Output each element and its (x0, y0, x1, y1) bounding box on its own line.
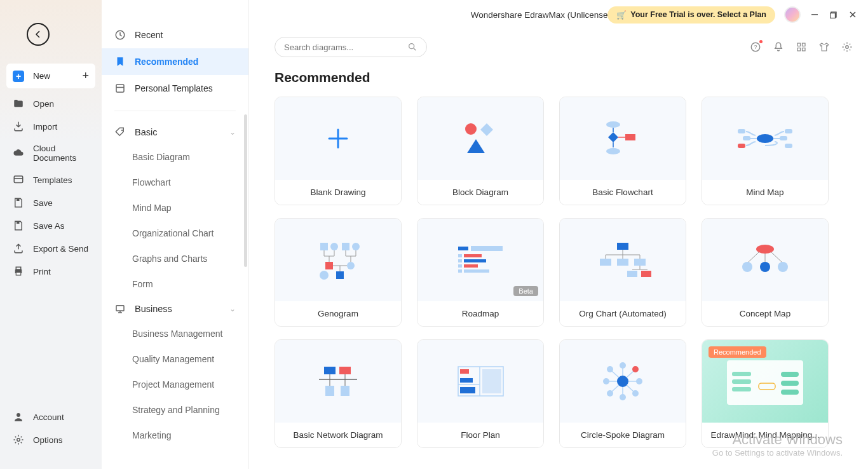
svg-point-113 (620, 362, 626, 369)
sidebar-sub-business-mgmt[interactable]: Business Management (102, 321, 248, 346)
svg-line-111 (612, 385, 619, 391)
svg-rect-24 (803, 48, 806, 51)
sidebar-personal-templates[interactable]: Personal Templates (102, 75, 248, 102)
template-label: Genogram (275, 301, 401, 326)
template-label: Mind Map (702, 180, 828, 205)
svg-line-83 (747, 252, 759, 263)
svg-rect-61 (464, 254, 482, 257)
maximize-button[interactable] (829, 10, 839, 20)
apps-button[interactable] (796, 41, 807, 53)
sidebar-sub-graphs[interactable]: Graphs and Charts (102, 246, 248, 271)
sidebar-sub-quality-mgmt[interactable]: Quality Management (102, 346, 248, 372)
svg-rect-126 (781, 372, 799, 377)
template-roadmap[interactable]: Beta Roadmap (417, 218, 544, 327)
template-org-chart[interactable]: Org Chart (Automated) (559, 218, 686, 327)
svg-rect-101 (460, 378, 473, 383)
rail-label: Print (33, 267, 51, 276)
settings-button[interactable] (841, 41, 853, 53)
minimize-button[interactable] (810, 10, 820, 20)
help-button[interactable]: ? (750, 41, 761, 53)
trial-notice[interactable]: 🛒 Your Free Trial is over. Select a Plan (607, 6, 775, 24)
template-grid: Blank Drawing Block Diagram Basic Flowch… (275, 97, 853, 448)
sidebar-recommended[interactable]: Recommended (102, 48, 248, 75)
template-edrawmind[interactable]: Recommended EdrawMind: Mind Mapping... (702, 339, 829, 448)
template-blank-drawing[interactable]: Blank Drawing (275, 97, 402, 205)
svg-rect-127 (781, 381, 799, 386)
template-basic-flowchart[interactable]: Basic Flowchart (559, 97, 686, 205)
rail-cloud[interactable]: Cloud Documents (6, 138, 95, 168)
sidebar-category-business[interactable]: Business ⌄ (102, 297, 248, 321)
rail-templates[interactable]: Templates (6, 168, 95, 191)
svg-rect-76 (634, 259, 646, 266)
svg-point-32 (606, 148, 620, 154)
svg-rect-3 (17, 221, 20, 224)
sidebar-sub-org-chart[interactable]: Organizational Chart (102, 221, 248, 246)
search-input[interactable] (284, 43, 402, 52)
sidebar-category-basic[interactable]: Basic ⌄ (102, 120, 248, 144)
svg-rect-36 (785, 129, 792, 133)
svg-rect-6 (16, 273, 21, 276)
sidebar-recent[interactable]: Recent (102, 22, 248, 48)
template-floor-plan[interactable]: Floor Plan (417, 339, 544, 448)
template-icon (114, 83, 126, 94)
sidebar-sub-flowchart[interactable]: Flowchart (102, 170, 248, 195)
rail-save-as[interactable]: Save As (6, 214, 95, 237)
svg-point-86 (760, 262, 770, 272)
svg-point-115 (603, 378, 609, 384)
template-mind-map[interactable]: Mind Map (702, 97, 829, 205)
rail-options[interactable]: Options (6, 428, 95, 451)
rail-label: Export & Send (33, 244, 88, 254)
section-heading: Recommended (275, 70, 853, 85)
sidebar-sub-marketing[interactable]: Marketing (102, 423, 248, 448)
preview (275, 340, 401, 423)
template-label: Circle-Spoke Diagram (560, 423, 686, 447)
rail-open[interactable]: Open (6, 92, 95, 115)
rail-label: Options (33, 435, 63, 445)
export-icon (13, 243, 24, 254)
main: Wondershare EdrawMax (Unlicensed Version… (249, 0, 868, 469)
svg-rect-124 (732, 387, 751, 391)
rail-account[interactable]: Account (6, 405, 95, 428)
svg-rect-123 (732, 379, 751, 384)
sidebar-sub-basic-diagram[interactable]: Basic Diagram (102, 144, 248, 170)
rail-import[interactable]: Import (6, 115, 95, 138)
template-genogram[interactable]: Genogram (275, 218, 402, 327)
rail-label: Templates (33, 175, 72, 185)
rail-print[interactable]: Print (6, 260, 95, 283)
sidebar-sub-mind-map[interactable]: Mind Map (102, 195, 248, 221)
plus-icon[interactable]: + (82, 69, 89, 83)
svg-rect-35 (738, 144, 745, 148)
rail-new-label: New (33, 71, 50, 81)
sidebar-sub-strategy[interactable]: Strategy and Planning (102, 397, 248, 423)
template-label: Org Chart (Automated) (560, 301, 686, 326)
template-block-diagram[interactable]: Block Diagram (417, 97, 544, 205)
close-button[interactable] (848, 10, 858, 20)
template-label: Block Diagram (417, 180, 543, 205)
search-box[interactable] (275, 37, 427, 57)
svg-point-119 (607, 390, 613, 397)
svg-rect-68 (617, 243, 628, 250)
shirt-button[interactable] (818, 41, 830, 53)
template-circle-spoke[interactable]: Circle-Spoke Diagram (559, 339, 686, 448)
template-concept-map[interactable]: Concept Map (702, 218, 829, 327)
rail-save[interactable]: Save (6, 191, 95, 214)
sidebar-sub-project-mgmt[interactable]: Project Management (102, 372, 248, 397)
template-network-diagram[interactable]: Basic Network Diagram (275, 339, 402, 448)
rail-export[interactable]: Export & Send (6, 237, 95, 260)
back-button[interactable] (27, 23, 50, 46)
svg-rect-79 (627, 271, 637, 277)
svg-rect-63 (464, 259, 486, 262)
sidebar-sub-form[interactable]: Form (102, 271, 248, 297)
trial-text: Your Free Trial is over. Select a Plan (630, 10, 766, 19)
svg-point-53 (347, 262, 355, 269)
rail-bottom: Account Options (0, 405, 102, 469)
sidebar-list: Recent Recommended Personal Templates (102, 0, 248, 102)
bell-button[interactable] (773, 41, 784, 53)
scrollbar[interactable] (244, 114, 247, 267)
avatar[interactable] (784, 6, 801, 23)
rail-label: Save (33, 198, 53, 208)
titlebar-right: 🛒 Your Free Trial is over. Select a Plan (607, 6, 858, 24)
category-label: Business (135, 304, 172, 314)
rail-new[interactable]: + New + (6, 64, 95, 88)
svg-line-110 (627, 371, 634, 377)
